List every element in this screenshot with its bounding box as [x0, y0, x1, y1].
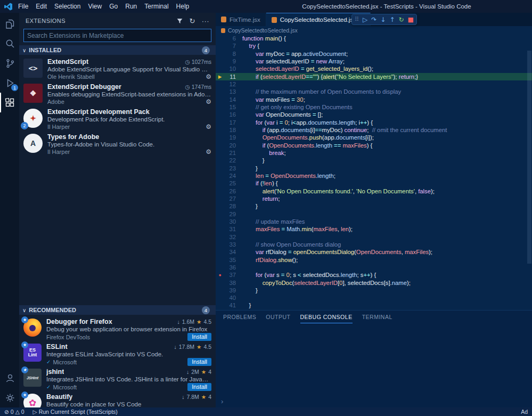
- extensions-search-input[interactable]: [23, 29, 211, 42]
- install-button[interactable]: Install: [187, 383, 211, 391]
- breakpoint-margin[interactable]: [216, 218, 224, 225]
- token: documents: [336, 134, 365, 141]
- menu-edit[interactable]: Edit: [32, 1, 51, 12]
- breakpoint-margin[interactable]: [216, 233, 224, 241]
- breakpoint-margin[interactable]: [216, 279, 224, 287]
- breakpoint-margin[interactable]: [216, 301, 224, 309]
- breakpoint-margin[interactable]: [216, 225, 224, 233]
- restart-icon[interactable]: ↻: [398, 16, 404, 23]
- debug-console-prompt[interactable]: ›: [221, 397, 223, 405]
- panel-tab-terminal[interactable]: TERMINAL: [362, 311, 392, 323]
- breakpoint-margin[interactable]: [216, 287, 224, 294]
- editor-tab[interactable]: FixTime.jsx: [216, 13, 266, 26]
- menu-file[interactable]: File: [14, 1, 32, 12]
- breakpoint-margin[interactable]: [216, 202, 224, 210]
- continue-icon[interactable]: ▷: [363, 16, 367, 23]
- breakpoint-margin[interactable]: [216, 42, 224, 50]
- breakpoint-margin[interactable]: [216, 248, 224, 256]
- more-actions-icon[interactable]: ···: [202, 17, 209, 25]
- token: Array: [329, 58, 343, 64]
- breakpoint-margin[interactable]: [216, 264, 224, 271]
- problems-status[interactable]: ⊘ 0 △ 0: [4, 409, 24, 415]
- run-task-status[interactable]: ▷ Run Current Script (TestScripts): [33, 409, 118, 415]
- run-debug-icon[interactable]: 1: [0, 73, 19, 93]
- breakpoint-margin[interactable]: [216, 187, 224, 195]
- drag-grip-icon[interactable]: ⠿: [355, 16, 359, 23]
- breakpoint-margin[interactable]: [216, 88, 224, 95]
- breakpoint-margin[interactable]: [216, 134, 224, 141]
- breakpoint-margin[interactable]: [216, 210, 224, 218]
- breakpoint-margin[interactable]: [216, 142, 224, 149]
- menu-help[interactable]: Help: [173, 1, 193, 12]
- extension-item[interactable]: ✿★Beautify↓7.8M★4Beautify code in place …: [19, 390, 216, 407]
- breakpoint-margin[interactable]: [216, 80, 224, 88]
- status-right-item[interactable]: Ad: [521, 409, 528, 415]
- breakpoint-margin[interactable]: [216, 50, 224, 58]
- install-button[interactable]: Install: [187, 358, 211, 366]
- menu-go[interactable]: Go: [105, 1, 121, 12]
- extension-item[interactable]: JSHint★jshint↓2M★4Integrates JSHint into…: [19, 365, 216, 390]
- filter-icon[interactable]: [176, 18, 183, 25]
- menu-selection[interactable]: Selection: [51, 1, 84, 12]
- breakpoint-margin[interactable]: [216, 241, 224, 248]
- token: [242, 58, 256, 64]
- step-into-icon[interactable]: ↓: [380, 16, 386, 23]
- breakpoint-margin[interactable]: [216, 172, 224, 180]
- breakpoint-margin[interactable]: [216, 180, 224, 187]
- breakpoint-margin[interactable]: [216, 58, 224, 65]
- breakpoint-margin[interactable]: [216, 157, 224, 164]
- section-header-recommended[interactable]: ∨ RECOMMENDED 4: [19, 305, 216, 315]
- breakpoint-margin[interactable]: [216, 126, 224, 134]
- panel-tab-output[interactable]: OUTPUT: [266, 311, 290, 323]
- panel-tab-problems[interactable]: PROBLEMS: [223, 311, 256, 323]
- step-out-icon[interactable]: ↑: [389, 16, 395, 23]
- extension-item[interactable]: ❖ExtendScript Debugger◷ 1747msEnables de…: [19, 80, 216, 105]
- extension-item[interactable]: ES Lint★ESLint↓17.8M★4.5Integrates ESLin…: [19, 340, 216, 365]
- gear-icon[interactable]: ⚙: [206, 123, 211, 130]
- extensions-icon[interactable]: [0, 93, 19, 112]
- scrollbar-thumb[interactable]: [527, 51, 531, 264]
- breakpoint-margin[interactable]: [216, 165, 224, 172]
- extension-item[interactable]: ✦2ExtendScript Development PackDevelopme…: [19, 105, 216, 130]
- breakpoint-icon[interactable]: ●: [216, 271, 224, 279]
- code-line: 31 maxFiles = Math.min(maxFiles, len);: [216, 225, 532, 233]
- stop-icon[interactable]: ■: [408, 16, 414, 23]
- menu-terminal[interactable]: Terminal: [141, 1, 172, 12]
- breakpoint-margin[interactable]: [216, 103, 224, 111]
- gear-icon[interactable]: ⚙: [206, 148, 211, 155]
- editor-scrollbar[interactable]: [527, 35, 532, 310]
- rating: 4: [208, 394, 211, 400]
- extension-item[interactable]: ★Debugger for Firefox↓1.6M★4.5Debug your…: [19, 315, 216, 340]
- breadcrumb[interactable]: CopySelectedtoSelected.jsx: [216, 26, 532, 35]
- token: [242, 257, 256, 263]
- gear-icon[interactable]: ⚙: [206, 98, 211, 105]
- extension-description: Integrates ESLint JavaScript into VS Cod…: [46, 351, 211, 357]
- section-header-installed[interactable]: ∨ INSTALLED 4: [19, 45, 216, 55]
- panel-tab-debug-console[interactable]: DEBUG CONSOLE: [300, 311, 353, 323]
- extension-item[interactable]: ATypes for AdobeTypes-for-Adobe in Visua…: [19, 130, 216, 155]
- breakpoint-margin[interactable]: [216, 35, 224, 42]
- debug-current-line-icon[interactable]: ▶: [216, 73, 224, 80]
- breakpoint-margin[interactable]: [216, 96, 224, 103]
- step-over-icon[interactable]: ↷: [371, 16, 377, 23]
- settings-gear-icon[interactable]: [0, 388, 19, 407]
- breakpoint-margin[interactable]: [216, 119, 224, 126]
- search-icon[interactable]: [0, 34, 19, 53]
- breakpoint-margin[interactable]: [216, 256, 224, 264]
- menu-view[interactable]: View: [84, 1, 105, 12]
- gear-icon[interactable]: ⚙: [206, 73, 211, 80]
- install-button[interactable]: Install: [187, 333, 211, 341]
- account-icon[interactable]: [0, 368, 19, 388]
- code-editor[interactable]: 6function main() {7 try {8 var myDoc = a…: [216, 35, 532, 310]
- breakpoint-margin[interactable]: [216, 111, 224, 118]
- source-control-icon[interactable]: [0, 53, 19, 73]
- refresh-icon[interactable]: ↻: [190, 17, 195, 25]
- explorer-icon[interactable]: [0, 14, 19, 34]
- breakpoint-margin[interactable]: [216, 195, 224, 202]
- menu-run[interactable]: Run: [121, 1, 141, 12]
- breakpoint-margin[interactable]: [216, 149, 224, 157]
- extension-item[interactable]: <>ExtendScript◷ 1027msAdobe ExtendScript…: [19, 55, 216, 80]
- breakpoint-margin[interactable]: [216, 65, 224, 72]
- installed-list: <>ExtendScript◷ 1027msAdobe ExtendScript…: [19, 55, 216, 155]
- breakpoint-margin[interactable]: [216, 294, 224, 301]
